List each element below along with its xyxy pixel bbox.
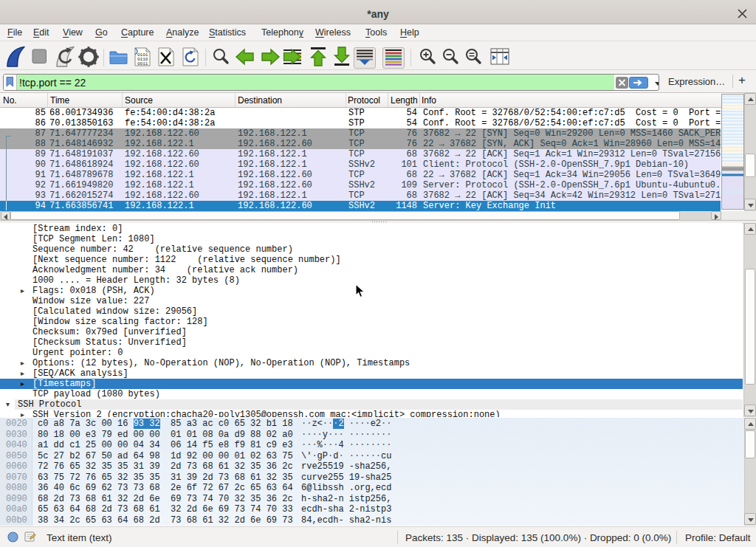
svg-text:0011: 0011 — [137, 61, 148, 66]
